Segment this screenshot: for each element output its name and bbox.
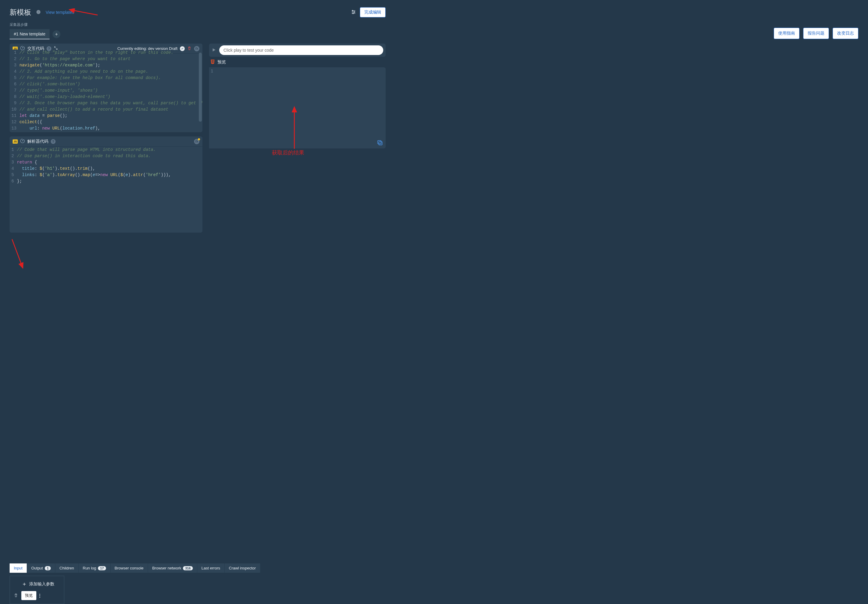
preview-title: 预览 [217,59,226,65]
interaction-code-panel: JS 交互代码 ? Currently editing: dev version… [9,43,202,132]
page-title: 新模板 [9,8,31,17]
line-gutter: 123456 [9,147,17,233]
svg-line-11 [12,239,23,268]
play-button[interactable] [211,48,216,53]
svg-point-4 [352,10,353,11]
svg-rect-7 [379,141,382,145]
step-chip-1[interactable]: #1 New template [9,29,50,39]
code-content[interactable]: // Code that will parse page HTML into s… [17,147,202,233]
code-content[interactable]: // Click the "play" button in the top ri… [20,50,202,132]
settings-icon[interactable] [351,9,356,16]
add-step-button[interactable] [53,30,60,38]
fx-badge-icon[interactable]: fx [194,139,200,144]
steps-label: 采集器步骤 [9,22,386,27]
js-badge-icon: JS [12,140,18,144]
preview-body: 1 [209,67,386,148]
parser-code-panel: JS 解析器代码 ? fx 123456 // Code that will p… [9,137,202,233]
compass-icon [36,9,41,16]
parser-code-editor[interactable]: 123456 // Code that will parse page HTML… [9,147,202,233]
finish-editing-button[interactable]: 完成编辑 [360,7,386,17]
svg-point-5 [354,11,355,12]
play-row: Click play to test your code [209,43,386,57]
play-status-input[interactable]: Click play to test your code [219,45,383,55]
scrollbar-thumb[interactable] [199,53,202,122]
swirl-icon [20,138,25,144]
help-icon[interactable]: ? [51,139,56,144]
annotation-arrow [9,238,25,271]
parser-code-title: 解析器代码 [27,139,48,144]
view-templates-link[interactable]: View templates [46,10,74,15]
interaction-code-editor[interactable]: 1234567891011121314 // Click the "play" … [9,50,202,132]
line-gutter: 1234567891011121314 [9,50,20,132]
svg-rect-8 [378,141,381,144]
html5-icon [210,59,215,65]
preview-gutter: 1 [209,67,216,148]
copy-icon[interactable] [377,140,383,146]
svg-point-6 [353,13,353,14]
